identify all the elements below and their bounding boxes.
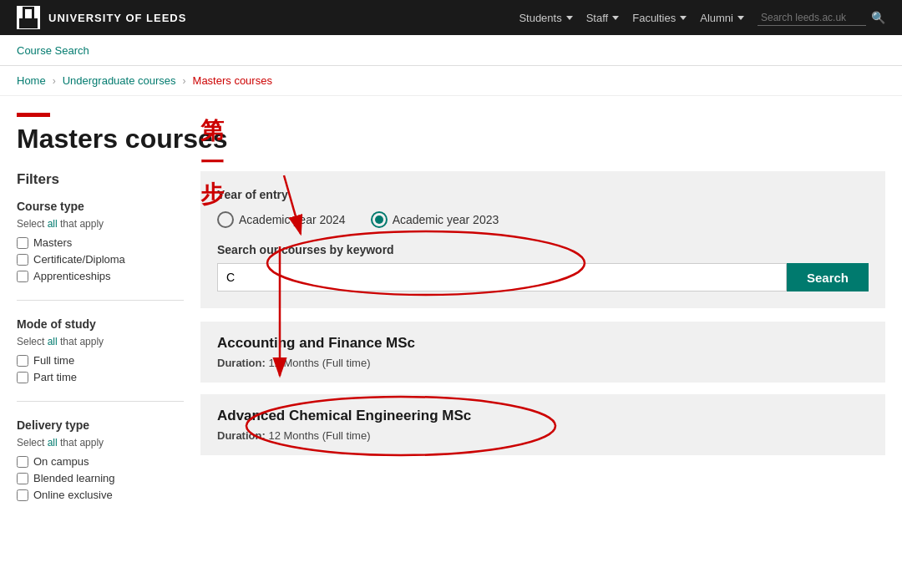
keyword-label: Search our courses by keyword [217, 243, 869, 256]
radio-2024[interactable]: Academic year 2024 [217, 211, 346, 228]
page-title: Masters courses [17, 124, 228, 155]
course-duration-advanced-chemical: Duration: 12 Months (Full time) [217, 429, 869, 442]
radio-circle-2023[interactable] [371, 211, 388, 228]
select-all-link-course-type[interactable]: all [48, 218, 58, 230]
page-accent-bar [17, 113, 50, 117]
svg-rect-1 [19, 18, 38, 28]
filter-full-time[interactable]: Full time [17, 354, 184, 367]
filter-group-delivery-type: Delivery type Select all that apply On c… [17, 418, 184, 519]
radio-circle-2024[interactable] [217, 211, 234, 228]
search-icon[interactable]: 🔍 [871, 11, 885, 24]
select-all-link-mode[interactable]: all [48, 336, 58, 347]
filter-apprenticeships[interactable]: Apprenticeships [17, 270, 184, 282]
course-title-accounting: Accounting and Finance MSc [217, 335, 869, 352]
filter-on-campus[interactable]: On campus [17, 455, 184, 468]
course-card-advanced-chemical[interactable]: Advanced Chemical Engineering MSc Durati… [200, 394, 885, 455]
checkbox-full-time[interactable] [17, 355, 28, 367]
filters-title: Filters [17, 171, 184, 188]
layout: Filters Course type Select all that appl… [17, 171, 885, 535]
filter-online-exclusive[interactable]: Online exclusive [17, 489, 184, 501]
radio-dot-2023 [375, 215, 383, 224]
svg-rect-2 [25, 9, 32, 18]
filter-group-title-course-type: Course type [17, 200, 184, 213]
main-content: Masters courses 第一步 Filters Course type … [0, 96, 902, 569]
chevron-down-icon [680, 16, 687, 20]
filter-part-time[interactable]: Part time [17, 371, 184, 383]
logo-icon [19, 7, 38, 28]
course-search-link[interactable]: Course Search [17, 44, 89, 57]
nav-students[interactable]: Students [519, 12, 572, 24]
search-filter-box: Year of entry Academic year 2024 Academi… [200, 171, 885, 308]
filter-group-mode-of-study: Mode of study Select all that apply Full… [17, 317, 184, 402]
select-all-link-delivery[interactable]: all [48, 437, 58, 449]
filter-certificate-diploma[interactable]: Certificate/Diploma [17, 253, 184, 266]
page-wrapper: UNIVERSITY OF LEEDS Students Staff Facul… [0, 0, 902, 588]
filter-select-all-course-type: Select all that apply [17, 218, 184, 230]
sidebar-filters: Filters Course type Select all that appl… [17, 171, 184, 535]
course-search-bar: Course Search [0, 35, 902, 66]
filter-select-all-mode: Select all that apply [17, 336, 184, 347]
search-row: Search [217, 263, 869, 291]
step-annotation: 第一步 [200, 115, 228, 210]
course-duration-accounting: Duration: 12 Months (Full time) [217, 357, 869, 369]
nav-faculties[interactable]: Faculties [632, 12, 687, 24]
filter-masters[interactable]: Masters [17, 236, 184, 249]
header-nav: Students Staff Faculties Alumni 🔍 [519, 10, 885, 26]
filter-group-course-type: Course type Select all that apply Master… [17, 200, 184, 301]
breadcrumb-separator: › [183, 75, 186, 87]
checkbox-certificate-diploma[interactable] [17, 254, 28, 266]
site-header: UNIVERSITY OF LEEDS Students Staff Facul… [0, 0, 902, 35]
checkbox-part-time[interactable] [17, 372, 28, 383]
breadcrumb: Home › Undergraduate courses › Masters c… [0, 66, 902, 96]
filter-select-all-delivery: Select all that apply [17, 437, 184, 449]
nav-alumni[interactable]: Alumni [700, 12, 744, 24]
chevron-down-icon [612, 16, 619, 20]
year-radio-group: Academic year 2024 Academic year 2023 [217, 211, 869, 228]
title-row: Masters courses 第一步 [17, 124, 228, 171]
breadcrumb-undergraduate[interactable]: Undergraduate courses [63, 74, 176, 87]
chevron-down-icon [737, 16, 744, 20]
checkbox-apprenticeships[interactable] [17, 271, 28, 282]
year-entry-label: Year of entry [217, 188, 869, 201]
logo-text: UNIVERSITY OF LEEDS [48, 12, 186, 24]
course-card-accounting[interactable]: Accounting and Finance MSc Duration: 12 … [200, 322, 885, 383]
checkbox-online-exclusive[interactable] [17, 489, 28, 501]
checkbox-blended-learning[interactable] [17, 473, 28, 484]
breadcrumb-separator: › [53, 75, 56, 87]
checkbox-masters[interactable] [17, 237, 28, 249]
filter-group-title-delivery: Delivery type [17, 418, 184, 432]
keyword-input[interactable] [217, 263, 787, 291]
header-search-input[interactable] [758, 10, 866, 26]
chevron-down-icon [566, 16, 573, 20]
course-title-advanced-chemical: Advanced Chemical Engineering MSc [217, 408, 869, 424]
breadcrumb-masters: Masters courses [193, 74, 272, 87]
logo-box [17, 6, 40, 29]
content-area: Year of entry Academic year 2024 Academi… [200, 171, 885, 535]
header-logo: UNIVERSITY OF LEEDS [17, 6, 186, 29]
checkbox-on-campus[interactable] [17, 456, 28, 468]
filter-group-title-mode: Mode of study [17, 317, 184, 331]
search-button[interactable]: Search [787, 263, 869, 291]
header-search: 🔍 [758, 10, 885, 26]
breadcrumb-home[interactable]: Home [17, 74, 46, 87]
radio-2023[interactable]: Academic year 2023 [371, 211, 499, 228]
nav-staff[interactable]: Staff [586, 12, 620, 24]
filter-blended-learning[interactable]: Blended learning [17, 472, 184, 484]
